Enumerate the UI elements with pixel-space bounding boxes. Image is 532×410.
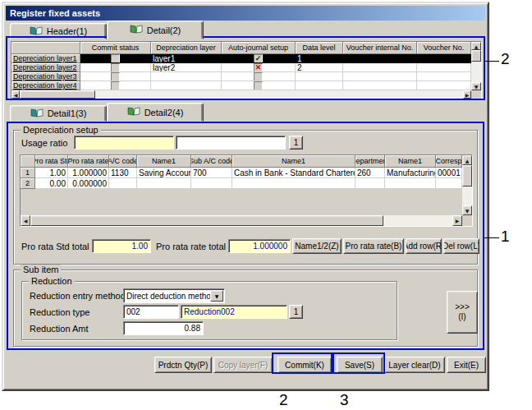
layer-clear-button[interactable]: Layer clear(D) xyxy=(384,357,445,373)
layers-row-3-autojournal-cell[interactable] xyxy=(222,72,296,81)
prorata-row-2-acname[interactable] xyxy=(137,178,191,189)
prorata-hscrollbar[interactable]: ◀ ▶ xyxy=(21,215,462,226)
reduction-entry-method-select[interactable]: Direct deduction metho ▼ xyxy=(123,288,225,303)
add-row-button[interactable]: Add row(R) xyxy=(406,238,442,254)
prorata-row-2-dept[interactable] xyxy=(355,178,385,189)
commit-status-checkbox[interactable] xyxy=(111,54,120,63)
layers-row-1[interactable]: Depreciation layer1 layer1 ✓ 1 xyxy=(11,54,471,63)
scroll-up-icon[interactable]: ▲ xyxy=(471,42,481,50)
tab-detail2[interactable]: Detail2(4) xyxy=(107,103,204,122)
prorata-row-2-std[interactable]: 0.00 xyxy=(35,178,68,189)
layers-row-2[interactable]: Depreciation layer2 layer2 ✕ 2 xyxy=(11,63,471,72)
prorata-row-1-dept[interactable]: 260 xyxy=(355,168,385,178)
layers-row-3-layer-cell[interactable] xyxy=(151,72,222,81)
usage-ratio-lookup-button[interactable]: 1 xyxy=(289,136,303,150)
layers-row-4-voucher-cell[interactable] xyxy=(417,81,471,90)
layers-row-2-voucher-internal-cell[interactable] xyxy=(343,63,417,72)
prorata-row-1-rate[interactable]: 1.000000 xyxy=(68,168,109,178)
layers-row-3-commit-cell[interactable] xyxy=(80,72,151,81)
reduction-type-lookup-button[interactable]: 1 xyxy=(289,305,303,319)
layers-row-1-autojournal-cell[interactable]: ✓ xyxy=(222,54,296,63)
prorata-row-1-sub[interactable]: 700 xyxy=(191,168,232,178)
layers-row-2-header[interactable]: Depreciation layer2 xyxy=(11,63,80,72)
layers-row-3[interactable]: Depreciation layer3 xyxy=(11,72,471,81)
prdctn-qty-button[interactable]: Prdctn Qty(P) xyxy=(154,357,212,373)
scroll-down-icon[interactable]: ▼ xyxy=(462,205,472,215)
prorata-row-1-subname[interactable]: Cash in Bank - Standard Chartered xyxy=(232,168,355,178)
layers-row-4-layer-cell[interactable] xyxy=(151,81,222,90)
scroll-left-icon[interactable]: ◀ xyxy=(11,90,20,99)
layers-hscrollbar[interactable]: ◀ ▶ xyxy=(11,90,471,99)
prorata-row-2-num[interactable]: 2 xyxy=(21,178,35,189)
prorata-row-2[interactable]: 2 0.00 0.000000 xyxy=(21,178,462,189)
layers-row-1-commit-cell[interactable] xyxy=(80,54,151,63)
prorata-vscrollbar[interactable]: ▲ ▼ xyxy=(462,155,472,215)
prorata-row-1-ac[interactable]: 1130 xyxy=(109,168,137,178)
reduction-amt-field[interactable]: 0.88 xyxy=(123,321,204,335)
reduction-type-name-field[interactable]: Reduction002 xyxy=(181,305,287,319)
tab-detail2-top[interactable]: Detail(2) xyxy=(107,21,204,39)
layers-row-1-voucher-cell[interactable] xyxy=(417,54,471,63)
scroll-right-icon[interactable]: ▶ xyxy=(463,90,471,99)
exit-button[interactable]: Exit(E) xyxy=(447,357,486,373)
pro-rata-rate-button[interactable]: Pro rata rate(B) xyxy=(343,238,404,254)
tab-detail1[interactable]: Detail1(3) xyxy=(10,105,107,122)
prorata-std-total-field[interactable]: 1.00 xyxy=(92,239,151,253)
auto-journal-crossed-icon[interactable]: ✕ xyxy=(254,63,263,72)
layers-row-4-header[interactable]: Depreciation layer4 xyxy=(11,81,80,90)
commit-button[interactable]: Commit(K) xyxy=(277,357,332,373)
hscroll-thumb[interactable] xyxy=(30,215,383,226)
layers-row-1-header[interactable]: Depreciation layer1 xyxy=(11,54,80,63)
auto-journal-checkbox[interactable] xyxy=(254,81,263,90)
window-titlebar[interactable]: Register fixed assets xyxy=(6,6,485,21)
more-button[interactable]: >>> (I) xyxy=(447,291,478,334)
layers-row-1-level-cell[interactable]: 1 xyxy=(296,54,343,63)
prorata-row-2-subname[interactable] xyxy=(232,178,355,189)
reduction-type-code-field[interactable]: 002 xyxy=(123,305,179,319)
prorata-row-1-corresp[interactable]: 00001 xyxy=(436,168,462,178)
prorata-row-1-acname[interactable]: Saving Account xyxy=(137,168,191,178)
commit-status-checkbox[interactable] xyxy=(111,81,120,90)
layers-vscrollbar[interactable]: ▲ ▼ xyxy=(471,42,481,90)
prorata-row-1-deptname[interactable]: Manufacturing xyxy=(385,168,436,178)
layers-row-4[interactable]: Depreciation layer4 xyxy=(11,81,471,90)
prorata-row-2-ac[interactable] xyxy=(109,178,137,189)
commit-status-checkbox[interactable] xyxy=(111,72,120,81)
prorata-row-1-num[interactable]: 1 xyxy=(21,168,35,178)
prorata-row-2-rate[interactable]: 0.000000 xyxy=(68,178,109,189)
hscroll-thumb[interactable] xyxy=(20,90,95,99)
layers-row-3-voucher-cell[interactable] xyxy=(417,72,471,81)
prorata-rate-total-field[interactable]: 1.000000 xyxy=(228,239,291,253)
usage-ratio-code-field[interactable] xyxy=(74,136,174,150)
scroll-left-icon[interactable]: ◀ xyxy=(21,215,30,226)
prorata-row-2-corresp[interactable] xyxy=(436,178,462,189)
dropdown-arrow-icon[interactable]: ▼ xyxy=(210,290,223,302)
layers-row-2-voucher-cell[interactable] xyxy=(417,63,471,72)
vscroll-thumb[interactable] xyxy=(462,165,472,187)
layers-row-2-commit-cell[interactable] xyxy=(80,63,151,72)
del-row-button[interactable]: Del row(L) xyxy=(443,238,479,254)
tab-header1[interactable]: Header(1) xyxy=(10,23,107,39)
auto-journal-checked-icon[interactable]: ✓ xyxy=(254,54,263,63)
prorata-row-2-sub[interactable] xyxy=(191,178,232,189)
layers-row-3-header[interactable]: Depreciation layer3 xyxy=(11,72,80,81)
auto-journal-checkbox[interactable] xyxy=(254,72,263,81)
layers-row-4-level-cell[interactable] xyxy=(296,81,343,90)
prorata-row-1[interactable]: 1 1.00 1.000000 1130 Saving Account 700 … xyxy=(21,168,462,178)
layers-row-4-voucher-internal-cell[interactable] xyxy=(343,81,417,90)
layers-row-3-voucher-internal-cell[interactable] xyxy=(343,72,417,81)
layers-row-2-autojournal-cell[interactable]: ✕ xyxy=(222,63,296,72)
layers-row-2-level-cell[interactable]: 2 xyxy=(296,63,343,72)
scroll-right-icon[interactable]: ▶ xyxy=(452,215,462,226)
prorata-row-2-deptname[interactable] xyxy=(385,178,436,189)
layers-row-2-layer-cell[interactable]: layer2 xyxy=(151,63,222,72)
layers-row-4-autojournal-cell[interactable] xyxy=(222,81,296,90)
layers-row-4-commit-cell[interactable] xyxy=(80,81,151,90)
scroll-up-icon[interactable]: ▲ xyxy=(462,155,472,165)
save-button[interactable]: Save(S) xyxy=(337,357,383,373)
layers-row-1-voucher-internal-cell[interactable] xyxy=(343,54,417,63)
name12-button[interactable]: Name1/2(Z) xyxy=(292,238,342,254)
scroll-down-icon[interactable]: ▼ xyxy=(471,82,481,90)
vscroll-thumb[interactable] xyxy=(471,50,481,62)
prorata-row-1-std[interactable]: 1.00 xyxy=(35,168,68,178)
